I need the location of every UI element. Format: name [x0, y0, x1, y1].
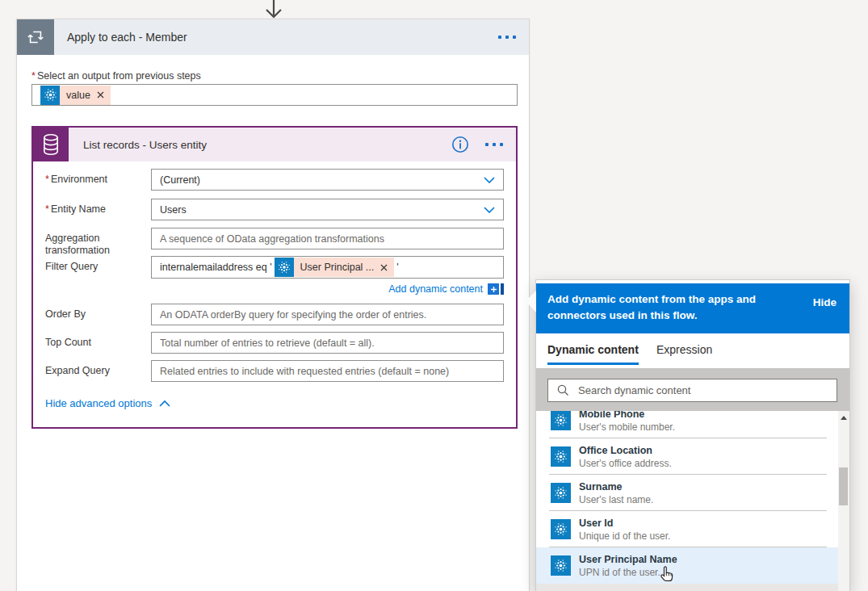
mouse-cursor-icon	[659, 564, 676, 585]
popup-beak	[526, 291, 536, 312]
output-selector-input[interactable]: value	[31, 84, 518, 106]
search-box[interactable]	[547, 379, 837, 402]
token-chip-label: User Principal ...	[300, 262, 375, 273]
entity-name-label: *Entity Name	[45, 203, 140, 216]
filter-query-text-after: '	[396, 262, 398, 273]
tab-expression[interactable]: Expression	[656, 343, 712, 356]
hide-advanced-options-link[interactable]: Hide advanced options	[45, 397, 170, 409]
scrollbar-thumb[interactable]	[839, 467, 848, 505]
value-token-chip[interactable]: value	[40, 86, 111, 105]
chevron-down-icon	[484, 177, 495, 183]
apply-to-each-loop-icon	[17, 19, 54, 55]
filter-query-text-before: internalemailaddress eq '	[160, 262, 272, 273]
scroll-up-icon[interactable]	[841, 416, 847, 420]
value-chip-label: value	[66, 90, 90, 101]
apply-to-each-header[interactable]: Apply to each - Member	[17, 19, 529, 55]
popup-footer-strip	[536, 584, 838, 591]
list-item-surname[interactable]: Surname User's last name.	[536, 475, 838, 511]
list-item-mobile-phone[interactable]: Mobile Phone User's mobile number.	[536, 411, 838, 438]
environment-select[interactable]: (Current)	[151, 169, 504, 191]
entity-name-select[interactable]: Users	[151, 199, 504, 220]
apply-to-each-title: Apply to each - Member	[67, 31, 187, 44]
remove-token-icon[interactable]	[97, 91, 104, 98]
dynamic-content-list: Mobile Phone User's mobile number. Offic…	[536, 411, 838, 584]
dataverse-icon	[551, 411, 571, 430]
top-count-label: Top Count	[45, 337, 140, 349]
aggregation-transformation-label: Aggregation transformation	[45, 233, 126, 257]
search-band	[536, 368, 849, 411]
popup-header-text: Add dynamic content from the apps and co…	[536, 283, 849, 324]
list-item-user-id[interactable]: User Id Unique id of the user.	[536, 511, 838, 547]
dataverse-icon	[551, 555, 571, 576]
filter-query-input[interactable]: internalemailaddress eq ' User Principal…	[151, 256, 504, 279]
top-count-input[interactable]: Total number of entries to retrieve (def…	[151, 332, 504, 354]
search-input[interactable]	[578, 384, 837, 396]
expand-query-input[interactable]: Related entries to include with requeste…	[151, 360, 504, 382]
dataverse-icon	[551, 446, 571, 467]
database-icon	[33, 128, 69, 161]
filter-query-label: Filter Query	[45, 261, 140, 273]
remove-token-icon[interactable]	[380, 264, 388, 271]
list-records-title: List records - Users entity	[83, 139, 207, 151]
environment-label: *Environment	[45, 174, 140, 186]
popup-tabs: Dynamic content Expression	[536, 333, 849, 368]
search-icon	[557, 384, 569, 396]
dataverse-icon	[275, 258, 294, 277]
dataverse-icon	[40, 86, 60, 105]
output-field-label: *Select an output from previous steps	[31, 70, 201, 82]
apply-to-each-more-options-icon[interactable]	[498, 36, 516, 39]
order-by-input[interactable]: An ODATA orderBy query for specifying th…	[151, 304, 504, 325]
order-by-label: Order By	[45, 308, 140, 321]
dynamic-content-popup: Add dynamic content from the apps and co…	[535, 279, 850, 591]
user-principal-token-chip[interactable]: User Principal ...	[275, 258, 395, 277]
add-dynamic-content-link[interactable]: Add dynamic content	[151, 283, 504, 295]
flow-connector-arrow-icon	[260, 0, 287, 19]
info-icon[interactable]	[451, 136, 469, 153]
chevron-up-icon	[159, 400, 170, 407]
apply-to-each-card: Apply to each - Member *Select an output…	[16, 19, 530, 591]
list-item-user-principal-name[interactable]: User Principal Name UPN id of the user.	[536, 547, 838, 584]
hide-button[interactable]: Hide	[813, 296, 837, 308]
chevron-down-icon	[484, 207, 495, 213]
required-asterisk: *	[31, 70, 36, 82]
scrollbar[interactable]	[838, 411, 849, 591]
add-dynamic-content-icon[interactable]	[488, 283, 504, 295]
list-records-header[interactable]: List records - Users entity	[33, 128, 516, 161]
list-item-office-location[interactable]: Office Location User's office address.	[536, 438, 838, 475]
aggregation-transformation-input[interactable]: A sequence of OData aggregation transfor…	[151, 228, 504, 249]
dataverse-icon	[551, 519, 571, 539]
popup-header: Add dynamic content from the apps and co…	[536, 283, 849, 333]
list-records-card: List records - Users entity *Environment…	[31, 126, 518, 429]
dataverse-icon	[551, 483, 571, 503]
tab-dynamic-content[interactable]: Dynamic content	[547, 343, 639, 365]
expand-query-label: Expand Query	[45, 365, 140, 377]
list-records-more-options-icon[interactable]	[485, 143, 503, 146]
